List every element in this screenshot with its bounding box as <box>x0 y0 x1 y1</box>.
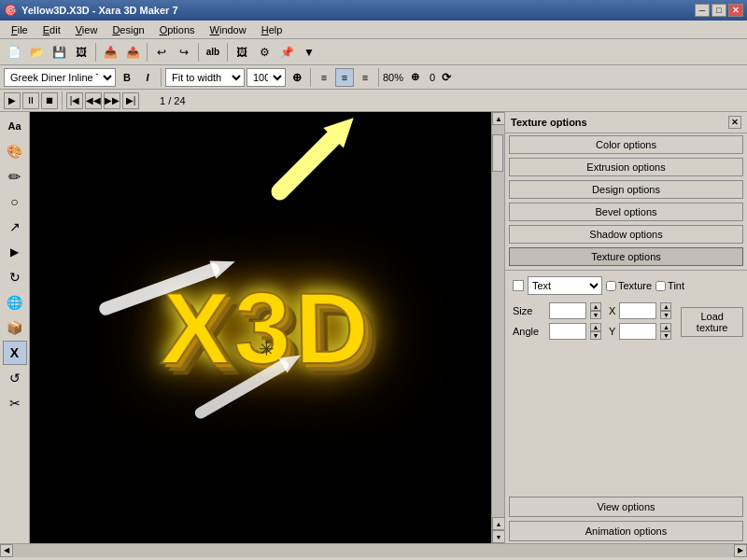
design-options-button[interactable]: Design options <box>509 180 743 199</box>
export-button[interactable]: 🖼 <box>71 42 92 63</box>
menu-options[interactable]: Options <box>152 22 203 37</box>
export2-button[interactable]: 📤 <box>122 42 143 63</box>
prev-frame-button[interactable]: ◀◀ <box>85 92 102 109</box>
save-button[interactable]: 💾 <box>49 42 69 63</box>
angle-up-button[interactable]: ▲ <box>590 323 601 331</box>
extrusion-options-button[interactable]: Extrusion options <box>509 158 743 176</box>
next-frame-button[interactable]: ▶▶ <box>104 92 120 109</box>
last-frame-button[interactable]: ▶| <box>122 92 139 109</box>
angle-input[interactable] <box>549 323 586 340</box>
size-x-down-button[interactable]: ▼ <box>660 311 671 319</box>
load-texture-area: Load texture <box>681 301 743 342</box>
scroll-up-button[interactable]: ▲ <box>492 112 504 125</box>
pause-button[interactable]: ⏸ <box>22 92 39 109</box>
first-frame-button[interactable]: |◀ <box>66 92 83 109</box>
align-right-button[interactable]: ≡ <box>356 68 374 87</box>
align-left-button[interactable]: ≡ <box>315 68 333 87</box>
angle-down-button[interactable]: ▼ <box>590 331 601 340</box>
menu-bar: File Edit View Design Options Window Hel… <box>0 21 747 39</box>
redo-button[interactable]: ↪ <box>174 42 194 63</box>
window-title: Yellow3D.X3D - Xara 3D Maker 7 <box>21 5 178 16</box>
maximize-button[interactable]: □ <box>712 4 726 17</box>
toolbar-sep-3 <box>198 43 199 62</box>
menu-design[interactable]: Design <box>105 22 151 37</box>
size-row: Size ▲ ▼ X ▲ ▼ <box>509 301 675 321</box>
menu-file[interactable]: File <box>4 22 35 37</box>
angle-label: Angle <box>513 326 545 337</box>
dropdown-button[interactable]: ▼ <box>299 42 319 63</box>
box-tool-button[interactable]: 📦 <box>3 315 27 340</box>
angle-y-up-button[interactable]: ▲ <box>660 323 671 331</box>
tint-checkbox[interactable] <box>655 281 666 291</box>
menu-window[interactable]: Window <box>203 22 254 37</box>
minimize-button[interactable]: ─ <box>695 4 710 17</box>
scroll-down-up-button[interactable]: ▲ <box>492 517 504 530</box>
bold-button[interactable]: B <box>118 68 136 87</box>
scroll-down-button[interactable]: ▼ <box>492 530 504 543</box>
shadow-options-button[interactable]: Shadow options <box>509 225 743 244</box>
options-button[interactable]: ⚙ <box>254 42 275 63</box>
cut-tool-button[interactable]: ✂ <box>3 391 27 415</box>
size-x-up-button[interactable]: ▲ <box>660 302 671 311</box>
size-down-button[interactable]: ▼ <box>590 311 601 319</box>
reset-button[interactable]: ⟳ <box>437 68 456 87</box>
load-texture-button[interactable]: Load texture <box>681 307 743 337</box>
rotate-tool-button[interactable]: ↻ <box>3 265 27 289</box>
zoom2-icon[interactable]: ⊕ <box>405 68 424 87</box>
italic-button[interactable]: I <box>138 68 157 87</box>
pin-button[interactable]: 📌 <box>276 42 297 63</box>
undo-tool-button[interactable]: ↺ <box>3 366 27 390</box>
texture-check[interactable] <box>513 280 524 291</box>
texture-checkbox[interactable] <box>606 281 616 291</box>
menu-help[interactable]: Help <box>254 22 290 37</box>
globe-tool-button[interactable]: 🌐 <box>3 290 27 315</box>
size-x-input[interactable] <box>619 302 656 319</box>
import-button[interactable]: 📥 <box>100 42 120 63</box>
close-button[interactable]: ✕ <box>728 4 743 17</box>
text-button[interactable]: alb <box>203 42 223 63</box>
size-up-button[interactable]: ▲ <box>590 302 601 311</box>
align-center-button[interactable]: ≡ <box>335 68 354 87</box>
menu-view[interactable]: View <box>68 22 106 37</box>
h-scroll-left-button[interactable]: ◀ <box>0 544 13 557</box>
play-tool-button[interactable]: ▶ <box>3 240 27 264</box>
bevel-options-button[interactable]: Bevel options <box>509 203 743 221</box>
scroll-track <box>492 125 504 517</box>
angle-y-input[interactable] <box>619 323 656 340</box>
scroll-thumb[interactable] <box>492 134 503 172</box>
h-scroll-right-button[interactable]: ▶ <box>734 544 747 557</box>
zoom-select[interactable]: 100% <box>247 68 286 87</box>
open-button[interactable]: 📂 <box>26 42 47 63</box>
texture-checkbox-label[interactable]: Texture <box>606 280 652 291</box>
tint-checkbox-label[interactable]: Tint <box>655 280 684 291</box>
circle-tool-button[interactable]: ○ <box>3 189 27 214</box>
animation-options-button[interactable]: Animation options <box>509 521 743 541</box>
x3d-tool-button[interactable]: X <box>3 341 27 365</box>
fit-to-width-select[interactable]: Fit to width <box>165 68 245 87</box>
vertical-scrollbar[interactable]: ▲ ▲ ▼ <box>491 112 504 543</box>
color-tool-button[interactable]: 🎨 <box>3 139 27 163</box>
toolbar-sep-2 <box>147 43 148 62</box>
zoom-in-icon[interactable]: ⊕ <box>288 68 306 87</box>
sep-format <box>161 68 162 87</box>
pencil-tool-button[interactable]: ✏ <box>3 164 27 189</box>
view-options-button[interactable]: View options <box>509 497 743 517</box>
angle-y-down-button[interactable]: ▼ <box>660 331 671 340</box>
quality-button[interactable]: 🖼 <box>232 42 252 63</box>
color-options-button[interactable]: Color options <box>509 135 743 154</box>
panel-spacer <box>505 345 747 495</box>
text-tool-button[interactable]: Aa <box>3 114 27 138</box>
font-select[interactable]: Greek Diner Inline TT <box>4 68 116 87</box>
arrow-tool-button[interactable]: ↗ <box>3 215 27 239</box>
new-button[interactable]: 📄 <box>4 42 24 63</box>
angle-y-spinner: ▲ ▼ <box>660 323 671 340</box>
menu-edit[interactable]: Edit <box>35 22 68 37</box>
size-input[interactable] <box>549 302 586 319</box>
texture-options-button[interactable]: Texture options <box>509 247 743 266</box>
play-button[interactable]: ▶ <box>4 92 21 109</box>
undo-button[interactable]: ↩ <box>151 42 172 63</box>
canvas-area[interactable]: X3D ✳ ▲ ▲ ▼ <box>30 112 504 543</box>
texture-type-select[interactable]: Text <box>528 276 602 295</box>
stop-button[interactable]: ⏹ <box>41 92 58 109</box>
panel-close-button[interactable]: ✕ <box>728 116 741 129</box>
